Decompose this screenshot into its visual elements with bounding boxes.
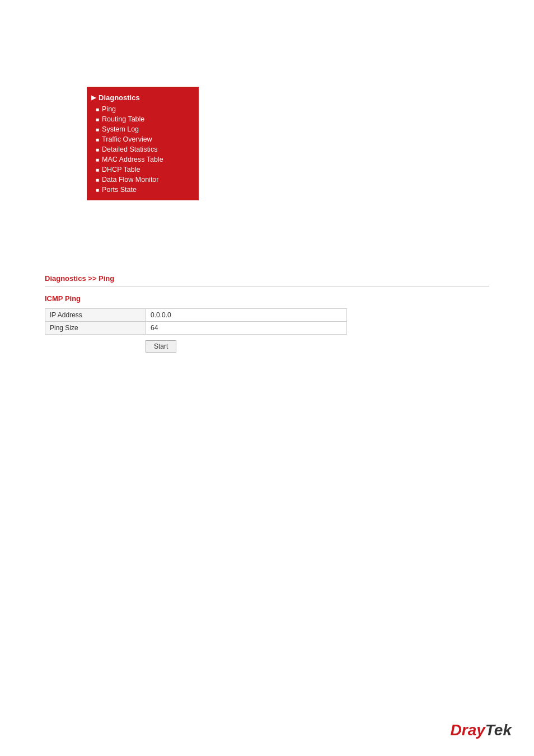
bullet-icon: ■ xyxy=(96,157,99,163)
field-label-1: Ping Size xyxy=(45,322,146,335)
sidebar-item-label: Ports State xyxy=(102,186,137,194)
breadcrumb-bar: Diagnostics >> Ping xyxy=(45,274,489,287)
field-value-cell-0 xyxy=(146,309,347,322)
form-row-0: IP Address xyxy=(45,309,347,322)
ping-form-table: IP Address Ping Size xyxy=(45,308,347,335)
sidebar-item-label: System Log xyxy=(102,125,139,133)
section-title: ICMP Ping xyxy=(45,294,489,303)
sidebar-item-system-log[interactable]: ■System Log xyxy=(87,124,199,134)
sidebar-item-mac-address-table[interactable]: ■MAC Address Table xyxy=(87,154,199,165)
sidebar-menu: ▶ Diagnostics ■Ping■Routing Table■System… xyxy=(87,87,199,200)
start-button[interactable]: Start xyxy=(146,340,176,353)
sidebar-item-dhcp-table[interactable]: ■DHCP Table xyxy=(87,165,199,175)
sidebar-item-label: DHCP Table xyxy=(102,166,140,173)
bullet-icon: ■ xyxy=(96,177,99,183)
main-content: Diagnostics >> Ping ICMP Ping IP Address… xyxy=(45,274,489,353)
sidebar-item-traffic-overview[interactable]: ■Traffic Overview xyxy=(87,134,199,144)
field-value-cell-1 xyxy=(146,322,347,335)
sidebar-item-label: Detailed Statistics xyxy=(102,145,157,153)
bullet-icon: ■ xyxy=(96,116,99,123)
field-input-0[interactable] xyxy=(151,311,207,319)
button-row: Start xyxy=(146,340,489,353)
bullet-icon: ■ xyxy=(96,167,99,173)
logo-tek: Tek xyxy=(485,721,512,739)
sidebar-item-ping[interactable]: ■Ping xyxy=(87,104,199,114)
sidebar-item-label: Data Flow Monitor xyxy=(102,176,158,184)
sidebar-header-label: Diagnostics xyxy=(99,93,140,102)
sidebar-item-detailed-statistics[interactable]: ■Detailed Statistics xyxy=(87,144,199,154)
sidebar-item-label: MAC Address Table xyxy=(102,156,163,163)
bullet-icon: ■ xyxy=(96,147,99,153)
sidebar-item-ports-state[interactable]: ■Ports State xyxy=(87,185,199,195)
arrow-right-icon: ▶ xyxy=(91,94,96,101)
logo-dray: Dray xyxy=(451,721,485,739)
sidebar-item-routing-table[interactable]: ■Routing Table xyxy=(87,114,199,124)
sidebar-item-label: Ping xyxy=(102,105,116,113)
bullet-icon: ■ xyxy=(96,137,99,143)
bullet-icon: ■ xyxy=(96,126,99,133)
field-label-0: IP Address xyxy=(45,309,146,322)
sidebar-item-data-flow-monitor[interactable]: ■Data Flow Monitor xyxy=(87,175,199,185)
bullet-icon: ■ xyxy=(96,187,99,193)
sidebar-item-label: Traffic Overview xyxy=(102,135,152,143)
form-row-1: Ping Size xyxy=(45,322,347,335)
bullet-icon: ■ xyxy=(96,106,99,112)
breadcrumb: Diagnostics >> Ping xyxy=(45,274,114,283)
sidebar-header[interactable]: ▶ Diagnostics xyxy=(87,91,199,104)
field-input-1[interactable] xyxy=(151,324,207,332)
sidebar-item-label: Routing Table xyxy=(102,115,144,123)
draytek-logo: DrayTek xyxy=(451,721,512,739)
